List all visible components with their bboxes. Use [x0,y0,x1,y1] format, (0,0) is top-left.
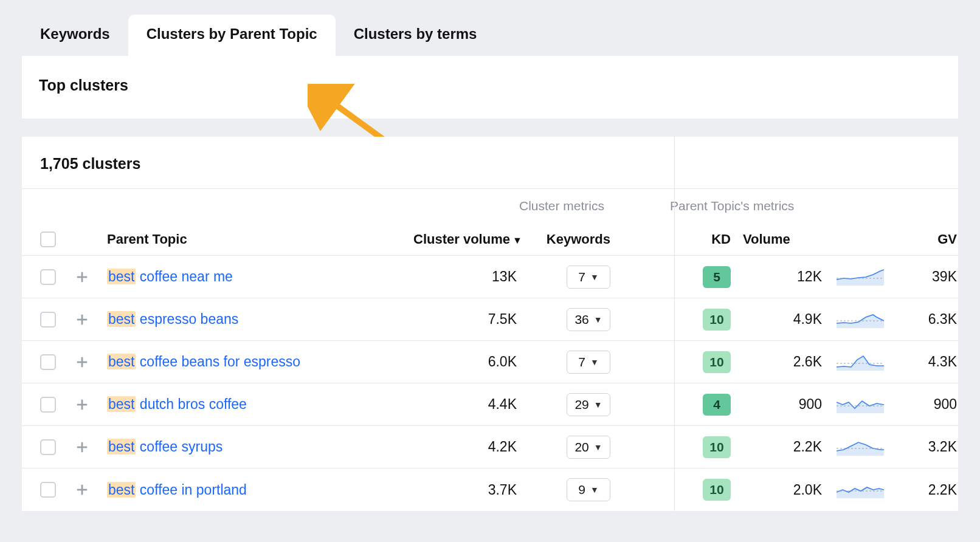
parent-topic-rest: coffee near me [136,269,232,284]
sparkline [833,396,888,413]
caret-down-icon: ▼ [594,400,602,410]
cluster-volume-value: 4.4K [413,396,517,413]
expand-button[interactable] [73,481,91,499]
row-checkbox[interactable] [40,482,56,498]
row-checkbox[interactable] [40,354,56,370]
parent-topic-rest: dutch bros coffee [136,396,246,412]
col-tp[interactable]: TP [965,232,980,247]
top-clusters-label: Top clusters [39,77,128,94]
sparkline-icon [837,311,884,328]
keywords-dropdown[interactable]: 7▼ [567,266,610,289]
kd-badge: 5 [703,266,731,288]
kd-badge: 10 [703,479,731,501]
keywords-count: 9 [578,482,585,497]
keywords-dropdown[interactable]: 20▼ [567,436,610,459]
tp-value: 12K [965,269,980,285]
gv-value: 39K [896,269,957,285]
keywords-count: 7 [578,270,585,284]
tab-keywords[interactable]: Keywords [22,15,128,56]
top-clusters-panel: Top clusters [22,56,958,118]
expand-button[interactable] [73,438,91,456]
clusters-table-panel: 1,705 clusters Cluster metrics Parent To… [22,137,958,511]
col-keywords[interactable]: Keywords [525,232,610,247]
expand-button[interactable] [73,310,91,329]
keywords-cell: 7▼ [567,351,610,374]
tab-clusters-parent[interactable]: Clusters by Parent Topic [128,15,336,56]
keywords-dropdown[interactable]: 7▼ [567,351,610,374]
keywords-cell: 20▼ [567,436,610,459]
col-gv[interactable]: GV [896,232,957,247]
keywords-cell: 29▼ [567,393,610,416]
tp-value: 2.1K [965,396,980,413]
kd-badge: 10 [703,436,731,458]
volume-value: 12K [739,269,824,285]
col-cluster-volume[interactable]: Cluster volume▼ [413,232,517,247]
gv-value: 4.3K [896,354,957,370]
plus-icon [75,483,89,496]
top-clusters-heading: Top clusters [22,56,958,118]
parent-topic-link[interactable]: best coffee near me [107,269,405,285]
keywords-count: 7 [578,355,585,369]
parent-topic-rest: coffee beans for espresso [136,354,300,369]
expand-button[interactable] [73,396,91,414]
sparkline-icon [837,396,884,413]
group-header-row: Cluster metrics Parent Topic's metrics [22,189,958,223]
keywords-dropdown[interactable]: 36▼ [567,308,610,331]
keywords-cell: 9▼ [567,478,610,501]
sparkline [833,439,888,456]
row-checkbox[interactable] [40,269,56,285]
kd-badge: 10 [703,351,731,373]
caret-down-icon: ▼ [590,272,599,282]
parent-topic-link[interactable]: best coffee beans for espresso [107,354,405,370]
row-checkbox[interactable] [40,397,56,413]
highlight-term: best [107,482,136,498]
volume-value: 900 [739,396,824,413]
kd-badge: 10 [703,309,731,331]
parent-topic-link[interactable]: best coffee in portland [107,482,405,498]
sparkline [833,269,888,286]
cluster-volume-value: 4.2K [413,439,517,455]
table-row: best coffee syrups4.2K20▼102.2K3.2K3.3K$ [22,426,958,468]
cluster-volume-value: 13K [413,269,517,285]
highlight-term: best [107,269,136,284]
expand-button[interactable] [73,268,91,286]
clusters-table: Cluster metrics Parent Topic's metrics P… [22,189,958,511]
plus-icon [75,441,89,454]
plus-icon [75,398,89,411]
caret-down-icon: ▼ [590,485,599,495]
parent-topic-link[interactable]: best dutch bros coffee [107,396,405,413]
kd-badge: 4 [703,394,731,416]
tab-clusters-terms[interactable]: Clusters by terms [336,15,495,56]
plus-icon [75,313,89,326]
plus-icon [75,355,89,369]
sort-desc-icon: ▼ [512,235,522,245]
caret-down-icon: ▼ [594,315,602,324]
keywords-cell: 36▼ [567,308,610,331]
highlight-term: best [107,439,136,455]
keywords-count: 36 [575,312,588,327]
row-checkbox[interactable] [40,439,56,455]
cluster-volume-value: 7.5K [413,311,517,328]
row-checkbox[interactable] [40,312,56,328]
parent-topic-link[interactable]: best espresso beans [107,311,405,328]
parent-topic-link[interactable]: best coffee syrups [107,439,405,455]
col-parent-topic[interactable]: Parent Topic [107,232,405,247]
volume-value: 2.0K [739,482,824,498]
volume-value: 2.2K [739,439,824,455]
table-row: best dutch bros coffee4.4K29▼49009002.1K… [22,383,958,426]
select-all-checkbox[interactable] [40,232,56,247]
parent-topic-rest: coffee syrups [136,439,223,455]
keywords-dropdown[interactable]: 29▼ [567,393,610,416]
plus-icon [75,270,89,284]
keywords-dropdown[interactable]: 9▼ [567,478,610,501]
tp-value: 2.1K [965,354,980,370]
tp-value: 3.3K [965,439,980,455]
expand-button[interactable] [73,353,91,371]
sparkline-icon [837,481,884,498]
gv-value: 3.2K [896,439,957,455]
keywords-count: 29 [575,397,588,412]
tp-value: 6.7K [965,482,980,498]
sparkline-icon [837,439,884,456]
table-row: best coffee beans for espresso6.0K7▼102.… [22,341,958,383]
col-volume[interactable]: Volume [739,232,824,247]
